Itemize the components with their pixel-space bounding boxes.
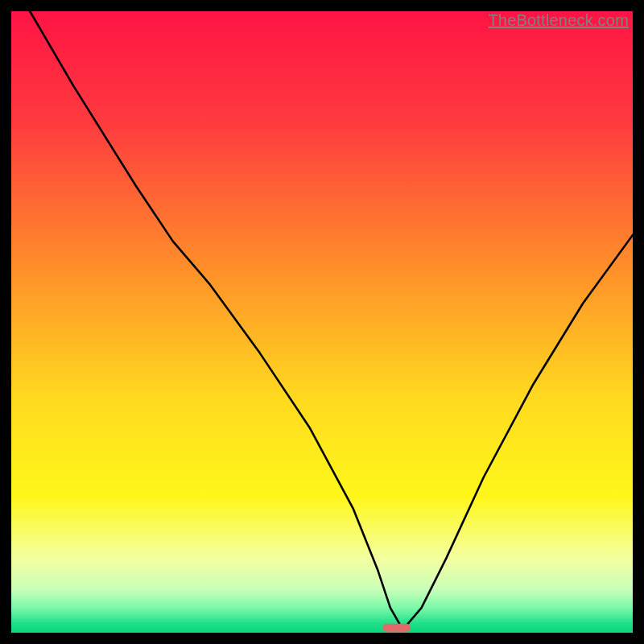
- optimal-marker: [382, 624, 411, 632]
- bottleneck-chart: [11, 11, 633, 633]
- source-link[interactable]: TheBottleneck.com: [488, 11, 629, 30]
- source-label: TheBottleneck.com: [488, 11, 629, 29]
- gradient-background: [11, 11, 633, 633]
- chart-frame: TheBottleneck.com: [11, 11, 633, 633]
